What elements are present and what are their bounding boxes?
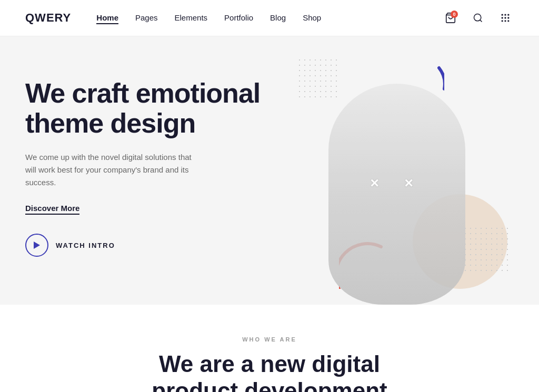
hero-title: We craft emotional theme design (25, 78, 267, 138)
who-we-are-title: We are a new digital product development… (117, 351, 422, 392)
nav-item-home[interactable]: Home (96, 13, 118, 23)
nav-item-pages[interactable]: Pages (135, 13, 158, 23)
who-we-are-section: WHO WE ARE We are a new digital product … (0, 305, 539, 392)
watch-intro-label: Watch IntRO (56, 242, 115, 249)
statue-cross-right: ✕ (401, 176, 416, 191)
svg-point-8 (507, 17, 509, 18)
nav-link-blog[interactable]: Blog (270, 13, 286, 22)
hero-image-area: ✕ ✕ (234, 36, 539, 305)
section-label-who: WHO WE ARE (25, 336, 514, 343)
nav-links: Home Pages Elements Portfolio Blog Shop (96, 13, 442, 23)
grid-icon (500, 13, 511, 23)
play-circle-icon (25, 234, 48, 257)
cart-badge: 0 (451, 11, 458, 18)
nav-link-elements[interactable]: Elements (175, 13, 208, 22)
hero-subtitle: We come up with the novel digital soluti… (25, 151, 204, 189)
grid-menu-button[interactable] (497, 9, 514, 26)
nav-item-elements[interactable]: Elements (175, 13, 208, 23)
svg-point-1 (474, 14, 481, 21)
hero-section: We craft emotional theme design We come … (0, 36, 539, 305)
svg-point-3 (502, 14, 503, 16)
logo[interactable]: QWERY (25, 11, 71, 25)
svg-point-9 (502, 20, 503, 22)
cart-button[interactable]: 0 (442, 9, 459, 26)
svg-point-7 (504, 17, 506, 18)
discover-more-link[interactable]: Discover More (25, 204, 79, 215)
svg-point-11 (507, 20, 509, 22)
svg-point-5 (507, 14, 509, 16)
nav-link-home[interactable]: Home (96, 13, 118, 24)
svg-marker-12 (34, 242, 40, 249)
svg-line-2 (480, 20, 482, 22)
search-button[interactable] (470, 9, 486, 26)
svg-point-4 (504, 14, 506, 16)
statue-shape: ✕ ✕ (328, 84, 465, 305)
navbar: QWERY Home Pages Elements Portfolio Blog… (0, 0, 539, 36)
search-icon (473, 13, 483, 23)
nav-link-portfolio[interactable]: Portfolio (224, 13, 253, 22)
svg-point-6 (502, 17, 503, 18)
nav-item-shop[interactable]: Shop (303, 13, 321, 23)
nav-icons: 0 (442, 9, 514, 26)
nav-link-shop[interactable]: Shop (303, 13, 321, 22)
nav-item-portfolio[interactable]: Portfolio (224, 13, 253, 23)
svg-point-10 (504, 20, 506, 22)
hero-content: We craft emotional theme design We come … (25, 68, 267, 257)
watch-intro-button[interactable]: Watch IntRO (25, 234, 115, 257)
nav-link-pages[interactable]: Pages (135, 13, 158, 22)
play-icon (34, 242, 40, 249)
statue-cross-left: ✕ (367, 176, 382, 191)
hero-statue-image: ✕ ✕ (297, 36, 497, 305)
nav-item-blog[interactable]: Blog (270, 13, 286, 23)
